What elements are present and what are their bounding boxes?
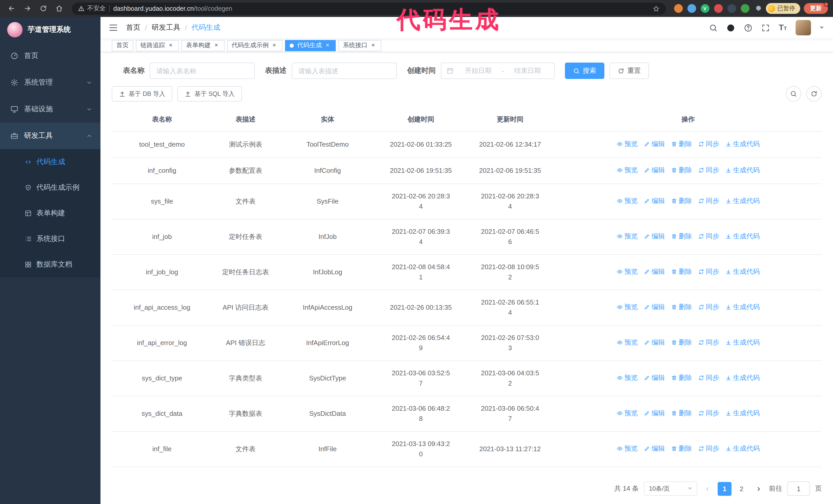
action-generate-code-link[interactable]: 生成代码 <box>725 139 760 149</box>
action-generate-code-link[interactable]: 生成代码 <box>725 165 760 175</box>
action-generate-code-link[interactable]: 生成代码 <box>725 302 760 312</box>
forward-icon[interactable] <box>21 2 33 15</box>
action-delete-link[interactable]: 删除 <box>671 337 692 347</box>
action-delete-link[interactable]: 删除 <box>671 196 692 206</box>
tab-1[interactable]: 链路追踪× <box>136 40 179 51</box>
action-generate-code-link[interactable]: 生成代码 <box>725 196 760 206</box>
back-icon[interactable] <box>5 2 18 15</box>
table-name-input[interactable] <box>150 63 255 79</box>
action-generate-code-link[interactable]: 生成代码 <box>725 443 760 454</box>
tab-close-icon[interactable]: × <box>271 42 278 49</box>
sidebar-item-db-doc[interactable]: 数据库文档 <box>0 252 100 278</box>
page-button-2[interactable]: 2 <box>735 482 748 496</box>
user-avatar[interactable] <box>795 20 811 35</box>
action-delete-link[interactable]: 删除 <box>671 231 692 241</box>
action-edit-link[interactable]: 编辑 <box>644 337 665 347</box>
fox-extension-icon[interactable] <box>674 4 683 13</box>
security-chip[interactable]: 不安全 <box>78 4 105 13</box>
action-preview-link[interactable]: 预览 <box>617 139 638 149</box>
action-sync-link[interactable]: 同步 <box>698 231 719 241</box>
action-edit-link[interactable]: 编辑 <box>644 408 665 418</box>
action-preview-link[interactable]: 预览 <box>617 337 638 347</box>
import-sql-button[interactable]: 基于 SQL 导入 <box>177 86 242 101</box>
search-button[interactable]: 搜索 <box>565 63 604 79</box>
hamburger-menu-icon[interactable] <box>109 23 118 32</box>
action-generate-code-link[interactable]: 生成代码 <box>725 231 760 241</box>
extensions-puzzle-icon[interactable] <box>754 5 762 12</box>
font-size-icon[interactable]: TT <box>779 24 787 32</box>
action-preview-link[interactable]: 预览 <box>617 408 638 418</box>
action-preview-link[interactable]: 预览 <box>617 231 638 241</box>
action-delete-link[interactable]: 删除 <box>671 139 692 149</box>
tab-close-icon[interactable]: × <box>370 42 377 49</box>
action-generate-code-link[interactable]: 生成代码 <box>725 267 760 277</box>
home-icon[interactable] <box>53 2 65 15</box>
reload-icon[interactable] <box>37 2 49 15</box>
action-preview-link[interactable]: 预览 <box>617 165 638 175</box>
action-sync-link[interactable]: 同步 <box>698 302 719 312</box>
action-delete-link[interactable]: 删除 <box>671 302 692 312</box>
sidebar-item-system[interactable]: 系统管理 <box>0 69 100 96</box>
action-sync-link[interactable]: 同步 <box>698 267 719 277</box>
refresh-button[interactable] <box>806 86 822 101</box>
sidebar-item-devtools[interactable]: 研发工具 <box>0 123 100 149</box>
profile-paused-badge[interactable]: 已暂停 <box>766 3 800 14</box>
action-preview-link[interactable]: 预览 <box>617 443 638 454</box>
action-preview-link[interactable]: 预览 <box>617 302 638 312</box>
sidebar-item-home[interactable]: 首页 <box>0 43 100 69</box>
action-sync-link[interactable]: 同步 <box>698 443 719 454</box>
tab-2[interactable]: 表单构建× <box>182 40 224 51</box>
action-preview-link[interactable]: 预览 <box>617 373 638 383</box>
action-edit-link[interactable]: 编辑 <box>644 139 665 149</box>
github-icon[interactable] <box>727 23 735 32</box>
sidebar-item-codegen[interactable]: 代码生成 <box>0 149 100 175</box>
toggle-search-button[interactable] <box>786 86 801 101</box>
action-delete-link[interactable]: 删除 <box>671 267 692 277</box>
tab-0[interactable]: 首页 <box>112 40 133 51</box>
action-sync-link[interactable]: 同步 <box>698 196 719 206</box>
breadcrumb-item[interactable]: 首页 <box>126 23 140 32</box>
sidebar-item-form-builder[interactable]: 表单构建 <box>0 200 100 226</box>
action-generate-code-link[interactable]: 生成代码 <box>725 408 760 418</box>
help-icon[interactable] <box>744 23 753 32</box>
app-logo[interactable]: 芋道管理系统 <box>0 17 100 43</box>
multicolor-extension-icon[interactable] <box>714 4 722 13</box>
fullscreen-icon[interactable] <box>761 23 770 32</box>
action-sync-link[interactable]: 同步 <box>698 408 719 418</box>
tab-5[interactable]: 系统接口× <box>338 40 381 51</box>
next-page-button[interactable]: › <box>754 482 764 496</box>
action-sync-link[interactable]: 同步 <box>698 337 719 347</box>
tab-close-icon[interactable]: × <box>167 42 174 49</box>
tab-close-icon[interactable]: × <box>213 42 220 49</box>
blue-extension-icon[interactable] <box>687 4 696 13</box>
action-preview-link[interactable]: 预览 <box>617 196 638 206</box>
action-preview-link[interactable]: 预览 <box>617 267 638 277</box>
import-db-button[interactable]: 基于 DB 导入 <box>112 86 172 101</box>
green-v-extension-icon[interactable]: V <box>700 4 709 13</box>
action-delete-link[interactable]: 删除 <box>671 443 692 454</box>
update-button[interactable]: 更新 <box>804 3 828 14</box>
reset-button[interactable]: 重置 <box>610 63 649 79</box>
prev-page-button[interactable]: ‹ <box>702 482 713 496</box>
table-desc-input[interactable] <box>292 63 397 79</box>
tab-3[interactable]: 代码生成示例× <box>227 40 282 51</box>
action-sync-link[interactable]: 同步 <box>698 373 719 383</box>
action-sync-link[interactable]: 同步 <box>698 165 719 175</box>
page-button-1[interactable]: 1 <box>718 482 732 496</box>
address-bar[interactable]: 不安全 dashboard.yudao.iocoder.cn/tool/code… <box>72 2 666 15</box>
action-edit-link[interactable]: 编辑 <box>644 196 665 206</box>
dark-extension-icon[interactable] <box>727 4 736 13</box>
action-generate-code-link[interactable]: 生成代码 <box>725 373 760 383</box>
action-delete-link[interactable]: 删除 <box>671 165 692 175</box>
create-time-range-picker[interactable]: 开始日期 - 结束日期 <box>441 63 555 79</box>
action-edit-link[interactable]: 编辑 <box>644 267 665 277</box>
action-generate-code-link[interactable]: 生成代码 <box>725 337 760 347</box>
action-delete-link[interactable]: 删除 <box>671 408 692 418</box>
search-icon[interactable] <box>709 23 718 32</box>
action-sync-link[interactable]: 同步 <box>698 139 719 149</box>
tab-close-icon[interactable]: × <box>324 42 331 49</box>
action-delete-link[interactable]: 删除 <box>671 373 692 383</box>
breadcrumb-item[interactable]: 研发工具 <box>152 23 181 32</box>
action-edit-link[interactable]: 编辑 <box>644 443 665 454</box>
sidebar-item-infra[interactable]: 基础设施 <box>0 96 100 123</box>
